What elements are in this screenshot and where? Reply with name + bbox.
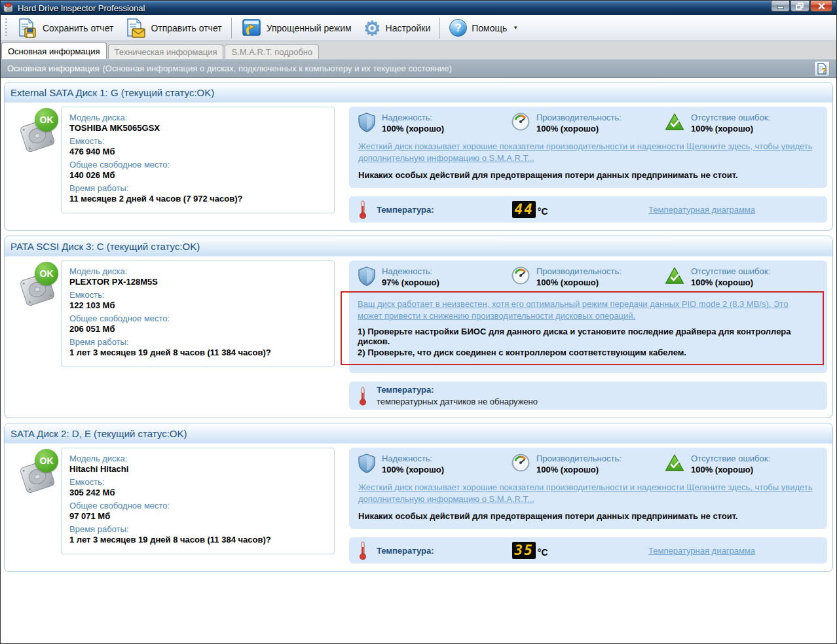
temperature-panel: Температура: температурных датчиков не о… <box>349 382 827 410</box>
disk-section-1: External SATA Диск 1: G (текущий статус:… <box>4 82 833 231</box>
pio-mode-warning-box: Ваш диск работает в неизвестен, хотя его… <box>341 291 824 365</box>
gauge-icon <box>512 266 530 285</box>
save-report-label: Сохранить отчет <box>43 23 113 33</box>
performance-value: 100% (хорошо) <box>536 124 622 134</box>
simple-mode-label: Упрощенный режим <box>267 23 352 33</box>
warning-advice-1: 1) Проверьте настройки БИОС для данного … <box>358 327 815 346</box>
window-title: Hard Drive Inspector Professional <box>18 3 145 13</box>
send-report-button[interactable]: Отправить отчет <box>119 16 227 41</box>
gauge-icon <box>512 113 530 131</box>
capacity-value: 122 103 Мб <box>69 300 326 310</box>
no-errors-label: Отсутствие ошибок: <box>691 266 770 276</box>
toolbar: Сохранить отчет Отправить отчет <box>1 15 836 41</box>
reliability-stat: Надежность:100% (хорошо) <box>358 113 512 134</box>
check-triangle-icon <box>665 454 684 472</box>
page-subtitle: (Основная информация о дисках, подключен… <box>103 63 452 73</box>
reliability-label: Надежность: <box>382 113 444 122</box>
disk-info-column: OK Модель диска:PLEXTOR PX-128M5S Емкост… <box>9 260 335 410</box>
save-report-button[interactable]: Сохранить отчет <box>11 16 119 41</box>
capacity-value: 476 940 Мб <box>69 147 326 156</box>
toolbar-separator <box>439 18 440 39</box>
temperature-chart-link[interactable]: Температурная диаграмма <box>648 546 755 556</box>
temperature-label: Температура: <box>377 205 434 215</box>
toolbar-grip-handle[interactable] <box>5 18 9 38</box>
capacity-value: 305 242 Мб <box>69 488 326 497</box>
restore-button[interactable] <box>790 1 809 12</box>
shield-icon <box>358 113 375 132</box>
simple-mode-icon <box>241 18 262 39</box>
disk-info-column: OK Модель диска:Hitachi Hitachi Емкость:… <box>9 448 335 564</box>
free-space-value: 206 051 Мб <box>69 324 326 334</box>
check-triangle-icon <box>665 113 684 131</box>
uptime-label: Время работы: <box>69 183 326 193</box>
performance-label: Производительность: <box>536 266 622 276</box>
no-errors-value: 100% (хорошо) <box>691 277 770 287</box>
gauge-icon <box>512 454 530 472</box>
chevron-down-icon: ▼ <box>513 25 518 31</box>
shield-icon <box>358 266 375 286</box>
minimize-button[interactable] <box>771 1 790 12</box>
uptime-value: 11 месяцев 2 дней 4 часов (7 972 часов)? <box>69 194 326 204</box>
status-ok-badge: OK <box>35 108 58 132</box>
uptime-label: Время работы: <box>69 524 326 534</box>
settings-label: Настройки <box>386 23 431 33</box>
status-ok-badge: OK <box>35 449 58 473</box>
capacity-label: Емкость: <box>69 136 326 146</box>
report-help-button[interactable]: ? <box>814 61 830 77</box>
page-header: Основная информация (Основная информация… <box>1 59 836 78</box>
performance-stat: Производительность:100% (хорошо) <box>512 266 665 287</box>
smart-details-link[interactable]: Жесткий диск показывает хорошие показате… <box>358 482 818 505</box>
tab-basic-info[interactable]: Основная информация <box>1 43 107 59</box>
disk-section-title: PATA SCSI Диск 3: C (текущий статус:OK) <box>5 236 832 257</box>
no-errors-stat: Отсутствие ошибок:100% (хорошо) <box>665 113 818 134</box>
pio-mode-warning-link[interactable]: Ваш диск работает в неизвестен, хотя его… <box>358 298 815 321</box>
close-button[interactable] <box>810 1 832 12</box>
app-window: Hard Drive Inspector Professional <box>0 0 837 644</box>
help-button[interactable]: ? Помощь ▼ <box>443 17 524 39</box>
free-space-label: Общее свободное место: <box>69 501 326 510</box>
no-errors-value: 100% (хорошо) <box>691 465 770 474</box>
thermometer-icon <box>358 386 367 406</box>
model-value: TOSHIBA MK5065GSX <box>69 123 326 133</box>
app-icon <box>3 3 14 13</box>
save-report-icon <box>17 18 38 39</box>
free-space-label: Общее свободное место: <box>69 313 326 323</box>
thermometer-icon <box>358 541 367 560</box>
free-space-value: 140 026 Мб <box>69 170 326 180</box>
toolbar-separator <box>231 18 232 39</box>
reliability-label: Надежность: <box>382 454 444 463</box>
send-report-label: Отправить отчет <box>151 23 221 33</box>
uptime-label: Время работы: <box>69 337 326 347</box>
temperature-lcd-display: 35 <box>512 542 535 559</box>
thermometer-icon <box>358 200 367 219</box>
smart-details-link[interactable]: Жесткий диск показывает хорошие показате… <box>358 141 818 164</box>
no-errors-value: 100% (хорошо) <box>691 124 770 134</box>
title-bar[interactable]: Hard Drive Inspector Professional <box>1 1 836 15</box>
no-errors-stat: Отсутствие ошибок:100% (хорошо) <box>665 266 818 287</box>
hard-drive-icon: OK <box>16 452 60 495</box>
performance-stat: Производительность:100% (хорошо) <box>512 454 665 474</box>
status-panel: Надежность:100% (хорошо) Производительно… <box>349 107 827 188</box>
model-value: PLEXTOR PX-128M5S <box>69 277 326 287</box>
send-report-icon <box>125 18 146 39</box>
hard-drive-icon: OK <box>16 111 60 154</box>
tab-technical-info[interactable]: Техническая информация <box>108 45 224 59</box>
performance-stat: Производительность:100% (хорошо) <box>512 113 665 134</box>
temperature-panel: Температура: 44 °C Температурная диаграм… <box>349 196 827 223</box>
advice-text: Никаких особых действий для предотвращен… <box>358 511 818 521</box>
no-errors-label: Отсутствие ошибок: <box>691 454 770 463</box>
performance-value: 100% (хорошо) <box>536 465 622 474</box>
status-ok-badge: OK <box>35 262 58 285</box>
reliability-stat: Надежность:97% (хорошо) <box>358 266 512 287</box>
tab-smart-details[interactable]: S.M.A.R.T. подробно <box>225 45 319 59</box>
performance-label: Производительность: <box>536 454 622 463</box>
settings-button[interactable]: ⚙ Настройки <box>358 16 437 41</box>
shield-icon <box>358 454 375 473</box>
simple-mode-button[interactable]: Упрощенный режим <box>235 16 358 41</box>
model-label: Модель диска: <box>69 454 326 463</box>
disk-section-title: External SATA Диск 1: G (текущий статус:… <box>5 82 832 103</box>
reliability-value: 100% (хорошо) <box>382 465 444 474</box>
performance-label: Производительность: <box>536 113 622 122</box>
temperature-label: Температура: <box>377 546 434 556</box>
temperature-chart-link[interactable]: Температурная диаграмма <box>648 205 755 215</box>
